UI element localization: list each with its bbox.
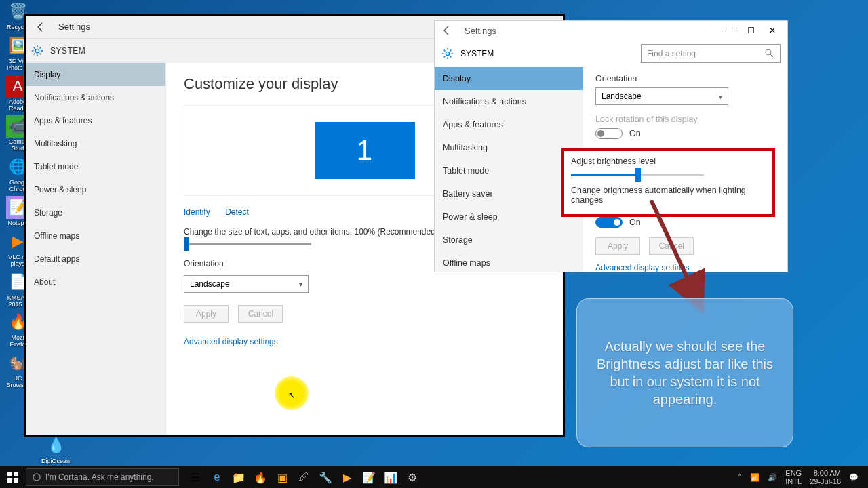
system-label: SYSTEM (460, 49, 494, 58)
svg-point-2 (766, 49, 771, 55)
svg-point-1 (446, 52, 449, 55)
app-icon[interactable]: ▣ (271, 466, 293, 488)
chevron-down-icon: ▾ (719, 93, 722, 100)
sidebar-item-multitasking[interactable]: Multitasking (26, 132, 165, 155)
task-view-button[interactable]: ☰ (184, 466, 206, 488)
monitor-thumbnail[interactable]: 1 (315, 122, 415, 179)
orientation-select[interactable]: Landscape ▾ (595, 87, 728, 105)
gear-icon (441, 47, 454, 60)
orientation-select[interactable]: Landscape ▾ (184, 275, 309, 293)
app-icon[interactable]: 🔧 (315, 466, 336, 488)
sidebar-item-display[interactable]: Display (435, 67, 583, 90)
desktop-icons-column-2: 💧DigiOcean (41, 434, 75, 468)
cortana-icon (32, 472, 41, 482)
desktop-icon[interactable]: 💧DigiOcean (41, 434, 71, 465)
edge-app-icon[interactable]: e (206, 466, 228, 488)
sidebar-item-default-apps[interactable]: Default apps (26, 247, 165, 270)
lock-rotation-toggle[interactable] (595, 128, 623, 139)
maximize-button[interactable]: ☐ (740, 21, 762, 40)
svg-line-4 (651, 200, 695, 295)
sidebar-item-offline-maps[interactable]: Offline maps (435, 251, 583, 272)
identify-link[interactable]: Identify (184, 207, 210, 217)
window-titlebar: Settings — ☐ ✕ (435, 21, 787, 40)
settings-app-icon[interactable]: ⚙ (401, 466, 423, 488)
action-center-icon[interactable]: 💬 (845, 473, 863, 481)
svg-point-9 (33, 474, 40, 481)
slider-thumb[interactable] (184, 237, 189, 251)
detect-link[interactable]: Detect (225, 207, 249, 217)
windows-icon (7, 472, 18, 483)
close-button[interactable]: ✕ (762, 21, 783, 40)
cancel-button[interactable]: Cancel (238, 305, 283, 323)
sidebar-item-tablet[interactable]: Tablet mode (26, 155, 165, 178)
back-arrow-icon (441, 25, 452, 36)
svg-rect-8 (14, 478, 18, 483)
gear-icon (31, 45, 43, 57)
search-icon (765, 49, 774, 58)
svg-rect-5 (7, 472, 12, 476)
lock-rotation-label: Lock rotation of this display (595, 115, 775, 124)
system-label: SYSTEM (50, 46, 85, 56)
advanced-display-link[interactable]: Advanced display settings (184, 337, 278, 346)
find-setting-input[interactable]: Find a setting (641, 44, 781, 63)
tray-network-icon[interactable]: 📶 (746, 473, 764, 481)
chevron-down-icon: ▾ (299, 281, 302, 288)
orientation-label: Orientation (595, 74, 775, 83)
search-placeholder: I'm Cortana. Ask me anything. (45, 472, 154, 482)
sidebar-item-notifications[interactable]: Notifications & actions (435, 90, 583, 113)
app-icon[interactable]: 🖊 (293, 466, 315, 488)
slider-thumb[interactable] (635, 168, 641, 182)
sidebar-item-power[interactable]: Power & sleep (26, 178, 165, 201)
sidebar-item-notifications[interactable]: Notifications & actions (26, 86, 165, 109)
settings-window-secondary: Settings — ☐ ✕ SYSTEM Find a setting Dis… (434, 20, 788, 272)
svg-line-3 (770, 54, 773, 57)
back-arrow-icon (35, 22, 46, 33)
minimize-button[interactable]: — (718, 21, 740, 40)
tray-clock[interactable]: 8:00 AM29-Jul-16 (806, 469, 845, 485)
scale-slider[interactable] (184, 243, 311, 245)
sidebar-item-storage[interactable]: Storage (435, 228, 583, 251)
orientation-value: Landscape (190, 279, 230, 289)
tray-volume-icon[interactable]: 🔊 (764, 473, 781, 481)
cursor-highlight: ↖ (275, 376, 309, 410)
start-button[interactable] (0, 466, 26, 488)
cortana-search[interactable]: I'm Cortana. Ask me anything. (26, 468, 179, 486)
firefox-app-icon[interactable]: 🔥 (250, 466, 271, 488)
annotation-callout: Actually we should see the Brightness ad… (576, 298, 793, 447)
app-icon[interactable]: ▶ (336, 466, 358, 488)
search-placeholder: Find a setting (647, 49, 696, 58)
window-title: Settings (58, 22, 90, 32)
sidebar: Display Notifications & actions Apps & f… (26, 63, 166, 435)
explorer-app-icon[interactable]: 📁 (228, 466, 250, 488)
lock-rotation-state: On (629, 129, 641, 138)
auto-brightness-toggle[interactable] (595, 217, 623, 228)
svg-rect-6 (14, 472, 18, 476)
svg-point-0 (35, 49, 39, 52)
orientation-value: Landscape (601, 92, 642, 101)
tray-lang-icon[interactable]: ENGINTL (781, 469, 806, 485)
brightness-label: Adjust brightness level (571, 157, 766, 166)
app-icon[interactable]: 📝 (358, 466, 380, 488)
sidebar-item-apps[interactable]: Apps & features (435, 113, 583, 136)
sidebar-item-apps[interactable]: Apps & features (26, 109, 165, 132)
tray-chevron[interactable]: ˄ (734, 473, 746, 481)
svg-rect-7 (7, 478, 12, 483)
apply-button[interactable]: Apply (184, 305, 229, 323)
auto-brightness-state: On (629, 218, 641, 227)
back-button[interactable] (439, 22, 455, 39)
sidebar-item-about[interactable]: About (26, 270, 165, 293)
sidebar-item-display[interactable]: Display (26, 63, 165, 86)
taskbar: I'm Cortana. Ask me anything. ☰ e 📁 🔥 ▣ … (0, 466, 868, 488)
apply-button[interactable]: Apply (595, 237, 640, 255)
app-icon[interactable]: 📊 (380, 466, 401, 488)
sidebar-item-offline-maps[interactable]: Offline maps (26, 224, 165, 247)
cursor-icon: ↖ (288, 390, 295, 400)
back-button[interactable] (33, 19, 49, 35)
brightness-slider[interactable] (571, 174, 704, 176)
window-title: Settings (465, 26, 496, 36)
sidebar-item-storage[interactable]: Storage (26, 201, 165, 224)
annotation-text: Actually we should see the Brightness ad… (593, 338, 776, 408)
